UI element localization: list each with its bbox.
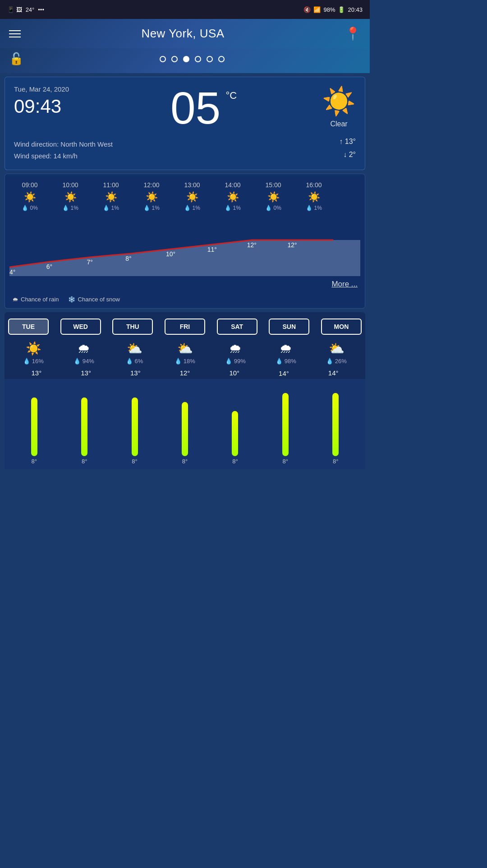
hourly-item-0: 09:00 ☀️ 💧 0% xyxy=(9,180,50,213)
clock: 20:43 xyxy=(348,6,363,13)
day-precip-sun: 💧 98% xyxy=(276,358,296,365)
mute-icon: 🔇 xyxy=(303,6,311,13)
weather-condition-icon: ☀️ xyxy=(322,85,356,117)
bar-col-sun: 8° xyxy=(260,393,310,465)
tab-mon[interactable]: MON xyxy=(321,319,362,335)
dot-3[interactable] xyxy=(183,56,189,62)
day-precip-fri: 💧 18% xyxy=(175,358,195,365)
day-precip-tue: 💧 16% xyxy=(23,358,44,365)
wind-speed: Wind speed: 14 km/h xyxy=(14,150,113,162)
dot-4[interactable] xyxy=(195,56,201,62)
high-temp-labels: 13° 13° 13° 12° 10° 14° 14° xyxy=(8,365,362,379)
weather-bottom: Wind direction: North North West Wind sp… xyxy=(14,132,356,162)
status-bar: 📱 🖼 24° ••• 🔇 📶 98% 🔋 20:43 xyxy=(0,0,370,19)
day-icon-sun: 🌧 xyxy=(280,341,292,356)
hourly-item-7: 16:00 ☀️ 💧 1% xyxy=(294,180,334,213)
day-precip-wed: 💧 94% xyxy=(74,358,94,365)
bar-mon xyxy=(332,393,339,456)
hourly-section: 09:00 ☀️ 💧 0% 10:00 ☀️ 💧 1% 11:00 ☀️ 💧 1… xyxy=(5,174,365,309)
menu-button[interactable] xyxy=(9,30,21,37)
bar-col-tue: 8° xyxy=(9,397,59,465)
bar-tue xyxy=(31,397,37,456)
bar-low-mon: 8° xyxy=(333,458,338,465)
day-col-wed: 🌧 💧 94% xyxy=(59,341,109,365)
weather-minmax: ↑ 13° ↓ 2° xyxy=(339,135,356,162)
weather-condition-label: Clear xyxy=(322,120,356,128)
svg-text:10°: 10° xyxy=(166,250,175,258)
bar-low-wed: 8° xyxy=(82,458,87,465)
bar-low-sun: 8° xyxy=(283,458,288,465)
high-sat: 10° xyxy=(210,369,259,377)
chart-legend: 🌧 Chance of rain ❄️ Chance of snow xyxy=(5,292,365,308)
dot-5[interactable] xyxy=(207,56,213,62)
hourly-scroll[interactable]: 09:00 ☀️ 💧 0% 10:00 ☀️ 💧 1% 11:00 ☀️ 💧 1… xyxy=(5,180,365,213)
high-sun: 14° xyxy=(259,369,309,377)
bar-wed xyxy=(81,397,87,456)
day-col-tue: ☀️ 💧 16% xyxy=(8,341,59,365)
snow-label: Chance of snow xyxy=(78,296,120,303)
weather-temp-section: 05 °C xyxy=(170,85,221,130)
city-title: New York, USA xyxy=(141,27,224,41)
bar-low-fri: 8° xyxy=(182,458,188,465)
svg-text:8°: 8° xyxy=(125,255,131,262)
battery-icon: 🔋 xyxy=(338,6,345,13)
rain-label: Chance of rain xyxy=(21,296,59,303)
rain-icon: 🌧 xyxy=(12,296,18,303)
tab-fri[interactable]: FRI xyxy=(165,319,205,335)
day-precip-sat: 💧 99% xyxy=(225,358,246,365)
legend-rain: 🌧 Chance of rain xyxy=(12,296,59,303)
svg-text:6°: 6° xyxy=(46,263,52,270)
dot-1[interactable] xyxy=(160,56,166,62)
dot-6[interactable] xyxy=(218,56,225,62)
location-icon[interactable]: 📍 xyxy=(345,26,361,41)
day-icon-fri: ⛅ xyxy=(177,341,193,356)
temperature-bars: 8° 8° 8° 8° 8° 8° 8° xyxy=(5,379,365,469)
day-icon-wed: 🌧 xyxy=(78,341,90,356)
weather-icon-section: ☀️ Clear xyxy=(322,85,356,128)
lock-icon[interactable]: 🔓 xyxy=(9,52,23,66)
dot-2[interactable] xyxy=(171,56,178,62)
temp-low: ↓ 2° xyxy=(339,148,356,162)
weather-card-top: Tue, Mar 24, 2020 09:43 05 °C ☀️ Clear xyxy=(14,85,356,130)
tab-sat[interactable]: SAT xyxy=(217,319,257,335)
legend-snow: ❄️ Chance of snow xyxy=(68,296,120,303)
bar-low-tue: 8° xyxy=(31,458,37,465)
svg-text:11°: 11° xyxy=(207,246,217,253)
high-tue: 13° xyxy=(12,369,61,377)
tab-wed[interactable]: WED xyxy=(60,319,101,335)
status-left: 📱 🖼 24° ••• xyxy=(7,6,44,13)
weather-date: Tue, Mar 24, 2020 xyxy=(14,85,69,93)
snow-icon: ❄️ xyxy=(68,296,75,303)
status-more: ••• xyxy=(38,6,44,13)
svg-text:12°: 12° xyxy=(287,241,297,249)
bar-col-mon: 8° xyxy=(311,393,361,465)
weather-time: 09:43 xyxy=(14,96,69,117)
wind-direction: Wind direction: North North West xyxy=(14,139,113,150)
hourly-item-1: 10:00 ☀️ 💧 1% xyxy=(50,180,91,213)
bar-thu xyxy=(132,397,138,456)
tab-sun[interactable]: SUN xyxy=(269,319,309,335)
hourly-item-3: 12:00 ☀️ 💧 1% xyxy=(131,180,172,213)
svg-text:4°: 4° xyxy=(9,268,15,276)
day-precip-mon: 💧 26% xyxy=(326,358,347,365)
day-col-thu: ⛅ 💧 6% xyxy=(109,341,160,365)
bar-low-sat: 8° xyxy=(232,458,238,465)
day-icon-mon: ⛅ xyxy=(329,341,345,356)
tab-tue[interactable]: TUE xyxy=(8,319,49,335)
hourly-item-4: 13:00 ☀️ 💧 1% xyxy=(172,180,212,213)
temp-high: ↑ 13° xyxy=(339,135,356,148)
status-temp: 24° xyxy=(26,6,35,13)
day-icon-thu: ⛅ xyxy=(127,341,142,356)
bar-low-thu: 8° xyxy=(132,458,137,465)
more-link[interactable]: More ... xyxy=(5,276,365,292)
bar-col-thu: 8° xyxy=(110,397,160,465)
day-col-sat: 🌧 💧 99% xyxy=(210,341,261,365)
current-weather-card: Tue, Mar 24, 2020 09:43 05 °C ☀️ Clear W… xyxy=(5,77,365,170)
carousel-dots xyxy=(23,56,361,62)
tab-thu[interactable]: THU xyxy=(112,319,153,335)
day-icon-sat: 🌧 xyxy=(229,341,242,356)
battery-pct: 98% xyxy=(323,6,335,13)
day-col-sun: 🌧 💧 98% xyxy=(261,341,311,365)
high-wed: 13° xyxy=(61,369,111,377)
hourly-item-5: 14:00 ☀️ 💧 1% xyxy=(212,180,253,213)
